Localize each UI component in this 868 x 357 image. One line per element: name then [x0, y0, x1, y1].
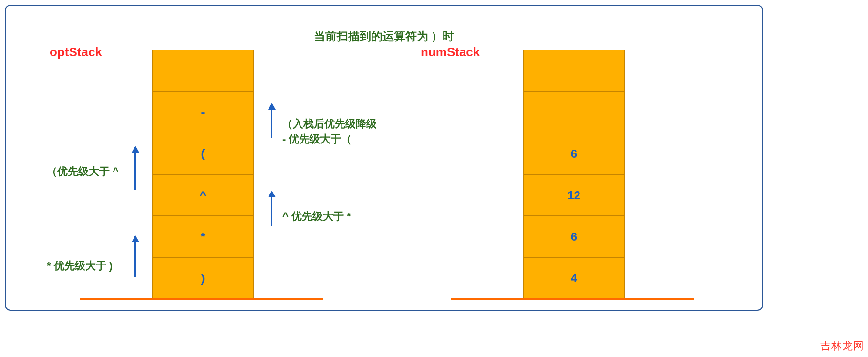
optstack-cell-3: ^: [153, 174, 253, 215]
optstack-baseline: [80, 298, 323, 300]
numstack-cell-0: [524, 50, 624, 91]
optstack-cell-4: *: [153, 215, 253, 257]
optstack-cell-0: [153, 50, 253, 91]
optstack-cell-2: (: [153, 133, 253, 174]
diagram-title: 当前扫描到的运算符为 ）时: [314, 29, 455, 44]
numstack-cell-2: 6: [524, 133, 624, 174]
note-left-top: （优先级大于 ^: [47, 164, 119, 179]
arrow-right-top: [271, 104, 272, 138]
numstack-cell-5: 4: [524, 257, 624, 298]
numstack-cell-3: 12: [524, 174, 624, 215]
diagram-canvas: 当前扫描到的运算符为 ）时 optStack - ( ^ * ) numStac…: [5, 5, 763, 311]
note-right-bottom: ^ 优先级大于 *: [282, 209, 351, 224]
note-right-top-line1: （入栈后优先级降级: [282, 118, 377, 130]
arrow-left-bottom: [134, 236, 136, 277]
numstack-cell-1: [524, 91, 624, 133]
arrow-right-bottom: [271, 192, 272, 226]
watermark: 吉林龙网: [820, 339, 864, 353]
optstack-label: optStack: [50, 45, 102, 60]
optstack: - ( ^ * ): [152, 50, 254, 298]
numstack-label: numStack: [421, 45, 480, 60]
note-right-top: （入栈后优先级降级 - 优先级大于（: [282, 116, 377, 147]
note-left-bottom: * 优先级大于 ): [47, 258, 113, 274]
arrow-left-top: [134, 147, 136, 190]
note-right-top-line2: - 优先级大于（: [282, 133, 351, 145]
numstack-baseline: [451, 298, 694, 300]
optstack-cell-1: -: [153, 91, 253, 133]
numstack: 6 12 6 4: [523, 50, 625, 298]
numstack-cell-4: 6: [524, 215, 624, 257]
optstack-cell-5: ): [153, 257, 253, 298]
